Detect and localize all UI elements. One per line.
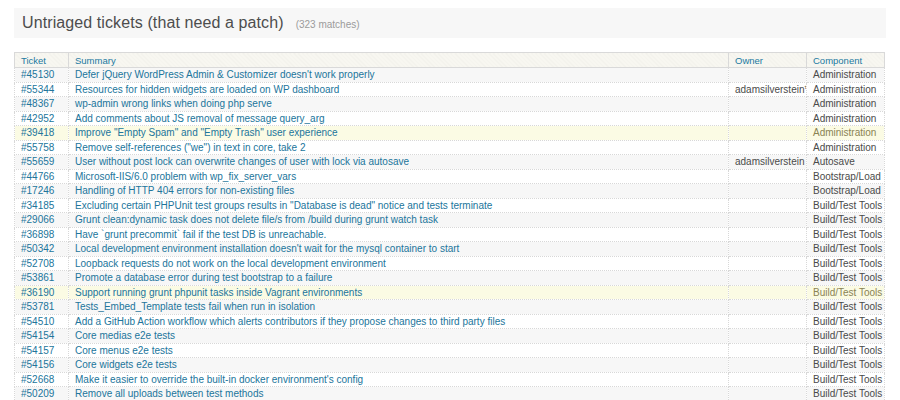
- report-title-band: Untriaged tickets (that need a patch) (3…: [14, 8, 886, 38]
- summary-link[interactable]: Defer jQuery WordPress Admin & Customize…: [75, 69, 375, 80]
- summary-link[interactable]: Improve "Empty Spam" and "Empty Trash" u…: [75, 127, 338, 138]
- component-cell: Build/Test Tools: [807, 242, 885, 257]
- table-row: #52708 Loopback requests do not work on …: [15, 256, 885, 271]
- summary-link[interactable]: Make it easier to override the built-in …: [75, 374, 363, 385]
- ticket-link[interactable]: #54157: [21, 345, 54, 356]
- owner-cell: [729, 126, 807, 141]
- table-row: #55758 Remove self-references ("we") in …: [15, 140, 885, 155]
- component-cell: Build/Test Tools: [807, 213, 885, 228]
- summary-link[interactable]: Remove self-references ("we") in text in…: [75, 142, 306, 153]
- table-row: #29066 Grunt clean:dynamic task does not…: [15, 213, 885, 228]
- table-row: #44766 Microsoft-IIS/6.0 problem with wp…: [15, 169, 885, 184]
- component-cell: Build/Test Tools: [807, 227, 885, 242]
- component-cell: Build/Test Tools: [807, 329, 885, 344]
- summary-link[interactable]: Microsoft-IIS/6.0 problem with wp_fix_se…: [75, 171, 296, 182]
- table-row: #55344 Resources for hidden widgets are …: [15, 82, 885, 97]
- table-row: #50209 Remove all uploads between test m…: [15, 387, 885, 400]
- match-count: (323 matches): [296, 16, 360, 30]
- component-cell: Administration: [807, 97, 885, 112]
- summary-link[interactable]: Support running grunt phpunit tasks insi…: [75, 287, 362, 298]
- summary-link[interactable]: Promote a database error during test boo…: [75, 272, 332, 283]
- ticket-link[interactable]: #48367: [21, 98, 54, 109]
- ticket-link[interactable]: #55659: [21, 156, 54, 167]
- owner-cell: [729, 387, 807, 400]
- component-cell: Build/Test Tools: [807, 372, 885, 387]
- ticket-link[interactable]: #29066: [21, 214, 54, 225]
- table-row: #52668 Make it easier to override the bu…: [15, 372, 885, 387]
- ticket-link[interactable]: #54156: [21, 359, 54, 370]
- summary-link[interactable]: Local development environment installati…: [75, 243, 459, 254]
- summary-link[interactable]: Core medias e2e tests: [75, 330, 175, 341]
- column-header-ticket: Ticket: [15, 53, 69, 68]
- ticket-link[interactable]: #36190: [21, 287, 54, 298]
- component-cell: Build/Test Tools: [807, 271, 885, 286]
- table-row: #36190 Support running grunt phpunit tas…: [15, 285, 885, 300]
- table-header-row: Ticket Summary Owner Component: [15, 53, 885, 68]
- summary-link[interactable]: Excluding certain PHPUnit test groups re…: [75, 200, 492, 211]
- owner-cell: [729, 111, 807, 126]
- summary-link[interactable]: Have `grunt precommit` fail if the test …: [75, 229, 326, 240]
- summary-link[interactable]: Loopback requests do not work on the loc…: [75, 258, 386, 269]
- sort-by-owner-link[interactable]: Owner: [735, 55, 763, 66]
- component-cell: Build/Test Tools: [807, 285, 885, 300]
- ticket-link[interactable]: #50209: [21, 388, 54, 399]
- ticket-link[interactable]: #55758: [21, 142, 54, 153]
- table-row: #54157 Core menus e2e tests Build/Test T…: [15, 343, 885, 358]
- ticket-link[interactable]: #45130: [21, 69, 54, 80]
- report-page: Untriaged tickets (that need a patch) (3…: [0, 0, 900, 400]
- component-cell: Build/Test Tools: [807, 256, 885, 271]
- table-row: #53781 Tests_Embed_Template tests fail w…: [15, 300, 885, 315]
- summary-link[interactable]: Tests_Embed_Template tests fail when run…: [75, 301, 315, 312]
- owner-cell: adamsilverstein: [729, 155, 807, 170]
- ticket-link[interactable]: #39418: [21, 127, 54, 138]
- ticket-link[interactable]: #54510: [21, 316, 54, 327]
- ticket-link[interactable]: #36898: [21, 229, 54, 240]
- component-cell: Bootstrap/Load: [807, 169, 885, 184]
- owner-cell: [729, 285, 807, 300]
- ticket-link[interactable]: #55344: [21, 84, 54, 95]
- ticket-link[interactable]: #52708: [21, 258, 54, 269]
- summary-link[interactable]: Remove all uploads between test methods: [75, 388, 263, 399]
- table-row: #54154 Core medias e2e tests Build/Test …: [15, 329, 885, 344]
- ticket-link[interactable]: #50342: [21, 243, 54, 254]
- table-row: #42952 Add comments about JS removal of …: [15, 111, 885, 126]
- owner-cell: [729, 343, 807, 358]
- summary-link[interactable]: Resources for hidden widgets are loaded …: [75, 84, 339, 95]
- owner-cell: [729, 329, 807, 344]
- component-cell: Build/Test Tools: [807, 198, 885, 213]
- owner-cell: [729, 184, 807, 199]
- ticket-link[interactable]: #52668: [21, 374, 54, 385]
- ticket-link[interactable]: #17246: [21, 185, 54, 196]
- summary-link[interactable]: Core menus e2e tests: [75, 345, 173, 356]
- ticket-link[interactable]: #53861: [21, 272, 54, 283]
- ticket-link[interactable]: #54154: [21, 330, 54, 341]
- summary-link[interactable]: wp-admin wrong links when doing php serv…: [75, 98, 272, 109]
- ticket-link[interactable]: #53781: [21, 301, 54, 312]
- ticket-table-body: #45130 Defer jQuery WordPress Admin & Cu…: [15, 68, 885, 400]
- table-row: #50342 Local development environment ins…: [15, 242, 885, 257]
- sort-by-component-link[interactable]: Component: [813, 55, 862, 66]
- owner-cell: [729, 198, 807, 213]
- summary-link[interactable]: Add comments about JS removal of message…: [75, 113, 325, 124]
- ticket-link[interactable]: #44766: [21, 171, 54, 182]
- sort-by-ticket-link[interactable]: Ticket: [21, 55, 46, 66]
- component-cell: Autosave: [807, 155, 885, 170]
- component-cell: Build/Test Tools: [807, 358, 885, 373]
- summary-link[interactable]: User without post lock can overwrite cha…: [75, 156, 409, 167]
- owner-cell: [729, 140, 807, 155]
- summary-link[interactable]: Handling of HTTP 404 errors for non-exis…: [75, 185, 294, 196]
- summary-link[interactable]: Grunt clean:dynamic task does not delete…: [75, 214, 438, 225]
- sort-by-summary-link[interactable]: Summary: [75, 55, 116, 66]
- owner-cell: [729, 358, 807, 373]
- ticket-link[interactable]: #42952: [21, 113, 54, 124]
- summary-link[interactable]: Add a GitHub Action workflow which alert…: [75, 316, 505, 327]
- owner-cell: [729, 242, 807, 257]
- component-cell: Administration: [807, 82, 885, 97]
- owner-cell: [729, 271, 807, 286]
- table-row: #36898 Have `grunt precommit` fail if th…: [15, 227, 885, 242]
- table-row: #54156 Core widgets e2e tests Build/Test…: [15, 358, 885, 373]
- summary-link[interactable]: Core widgets e2e tests: [75, 359, 177, 370]
- ticket-link[interactable]: #34185: [21, 200, 54, 211]
- component-cell: Administration: [807, 68, 885, 83]
- component-cell: Administration: [807, 111, 885, 126]
